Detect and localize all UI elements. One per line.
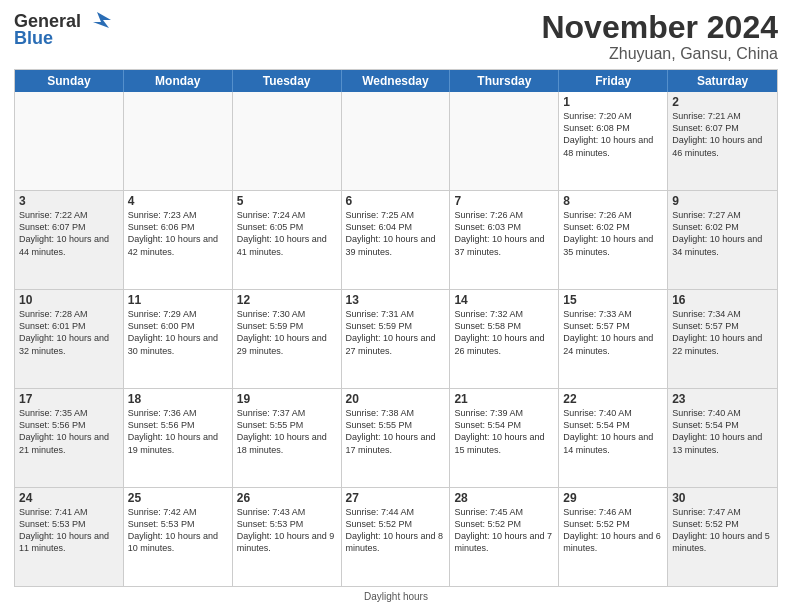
calendar-cell: 13Sunrise: 7:31 AM Sunset: 5:59 PM Dayli…	[342, 290, 451, 388]
day-info: Sunrise: 7:36 AM Sunset: 5:56 PM Dayligh…	[128, 407, 228, 456]
day-number: 28	[454, 491, 554, 505]
day-info: Sunrise: 7:34 AM Sunset: 5:57 PM Dayligh…	[672, 308, 773, 357]
day-info: Sunrise: 7:22 AM Sunset: 6:07 PM Dayligh…	[19, 209, 119, 258]
day-info: Sunrise: 7:46 AM Sunset: 5:52 PM Dayligh…	[563, 506, 663, 555]
day-number: 18	[128, 392, 228, 406]
svg-marker-0	[93, 12, 111, 28]
weekday-header: Friday	[559, 70, 668, 92]
weekday-header: Saturday	[668, 70, 777, 92]
day-number: 3	[19, 194, 119, 208]
day-number: 24	[19, 491, 119, 505]
logo-bird-icon	[83, 10, 111, 32]
day-info: Sunrise: 7:42 AM Sunset: 5:53 PM Dayligh…	[128, 506, 228, 555]
day-number: 7	[454, 194, 554, 208]
calendar-cell: 1Sunrise: 7:20 AM Sunset: 6:08 PM Daylig…	[559, 92, 668, 190]
day-number: 1	[563, 95, 663, 109]
day-number: 29	[563, 491, 663, 505]
day-number: 30	[672, 491, 773, 505]
day-info: Sunrise: 7:39 AM Sunset: 5:54 PM Dayligh…	[454, 407, 554, 456]
calendar-cell: 3Sunrise: 7:22 AM Sunset: 6:07 PM Daylig…	[15, 191, 124, 289]
calendar: SundayMondayTuesdayWednesdayThursdayFrid…	[14, 69, 778, 587]
day-number: 22	[563, 392, 663, 406]
calendar-row: 10Sunrise: 7:28 AM Sunset: 6:01 PM Dayli…	[15, 289, 777, 388]
calendar-cell: 24Sunrise: 7:41 AM Sunset: 5:53 PM Dayli…	[15, 488, 124, 586]
calendar-cell: 8Sunrise: 7:26 AM Sunset: 6:02 PM Daylig…	[559, 191, 668, 289]
calendar-cell	[342, 92, 451, 190]
day-info: Sunrise: 7:47 AM Sunset: 5:52 PM Dayligh…	[672, 506, 773, 555]
location-title: Zhuyuan, Gansu, China	[541, 45, 778, 63]
calendar-cell	[450, 92, 559, 190]
day-number: 17	[19, 392, 119, 406]
day-info: Sunrise: 7:35 AM Sunset: 5:56 PM Dayligh…	[19, 407, 119, 456]
weekday-header: Sunday	[15, 70, 124, 92]
calendar-cell: 5Sunrise: 7:24 AM Sunset: 6:05 PM Daylig…	[233, 191, 342, 289]
calendar-cell: 4Sunrise: 7:23 AM Sunset: 6:06 PM Daylig…	[124, 191, 233, 289]
calendar-cell: 7Sunrise: 7:26 AM Sunset: 6:03 PM Daylig…	[450, 191, 559, 289]
calendar-cell	[15, 92, 124, 190]
day-number: 25	[128, 491, 228, 505]
day-number: 15	[563, 293, 663, 307]
day-number: 4	[128, 194, 228, 208]
day-number: 8	[563, 194, 663, 208]
calendar-cell: 10Sunrise: 7:28 AM Sunset: 6:01 PM Dayli…	[15, 290, 124, 388]
calendar-cell: 25Sunrise: 7:42 AM Sunset: 5:53 PM Dayli…	[124, 488, 233, 586]
calendar-cell: 29Sunrise: 7:46 AM Sunset: 5:52 PM Dayli…	[559, 488, 668, 586]
calendar-cell: 21Sunrise: 7:39 AM Sunset: 5:54 PM Dayli…	[450, 389, 559, 487]
day-info: Sunrise: 7:20 AM Sunset: 6:08 PM Dayligh…	[563, 110, 663, 159]
weekday-header: Tuesday	[233, 70, 342, 92]
calendar-cell: 19Sunrise: 7:37 AM Sunset: 5:55 PM Dayli…	[233, 389, 342, 487]
day-number: 20	[346, 392, 446, 406]
day-info: Sunrise: 7:25 AM Sunset: 6:04 PM Dayligh…	[346, 209, 446, 258]
calendar-cell	[124, 92, 233, 190]
day-info: Sunrise: 7:26 AM Sunset: 6:02 PM Dayligh…	[563, 209, 663, 258]
calendar-body: 1Sunrise: 7:20 AM Sunset: 6:08 PM Daylig…	[15, 92, 777, 586]
day-number: 12	[237, 293, 337, 307]
day-info: Sunrise: 7:45 AM Sunset: 5:52 PM Dayligh…	[454, 506, 554, 555]
day-number: 14	[454, 293, 554, 307]
month-title: November 2024	[541, 10, 778, 45]
day-number: 23	[672, 392, 773, 406]
calendar-row: 24Sunrise: 7:41 AM Sunset: 5:53 PM Dayli…	[15, 487, 777, 586]
day-number: 27	[346, 491, 446, 505]
day-info: Sunrise: 7:44 AM Sunset: 5:52 PM Dayligh…	[346, 506, 446, 555]
calendar-cell: 26Sunrise: 7:43 AM Sunset: 5:53 PM Dayli…	[233, 488, 342, 586]
page: General Blue November 2024 Zhuyuan, Gans…	[0, 0, 792, 612]
calendar-cell: 22Sunrise: 7:40 AM Sunset: 5:54 PM Dayli…	[559, 389, 668, 487]
day-info: Sunrise: 7:32 AM Sunset: 5:58 PM Dayligh…	[454, 308, 554, 357]
logo: General Blue	[14, 10, 111, 49]
day-number: 19	[237, 392, 337, 406]
weekday-header: Monday	[124, 70, 233, 92]
day-info: Sunrise: 7:33 AM Sunset: 5:57 PM Dayligh…	[563, 308, 663, 357]
title-block: November 2024 Zhuyuan, Gansu, China	[541, 10, 778, 63]
day-number: 5	[237, 194, 337, 208]
calendar-cell: 20Sunrise: 7:38 AM Sunset: 5:55 PM Dayli…	[342, 389, 451, 487]
day-info: Sunrise: 7:38 AM Sunset: 5:55 PM Dayligh…	[346, 407, 446, 456]
calendar-cell: 2Sunrise: 7:21 AM Sunset: 6:07 PM Daylig…	[668, 92, 777, 190]
day-number: 13	[346, 293, 446, 307]
calendar-cell: 14Sunrise: 7:32 AM Sunset: 5:58 PM Dayli…	[450, 290, 559, 388]
logo-blue-text: Blue	[14, 28, 53, 49]
calendar-row: 3Sunrise: 7:22 AM Sunset: 6:07 PM Daylig…	[15, 190, 777, 289]
header: General Blue November 2024 Zhuyuan, Gans…	[14, 10, 778, 63]
calendar-row: 1Sunrise: 7:20 AM Sunset: 6:08 PM Daylig…	[15, 92, 777, 190]
calendar-cell: 27Sunrise: 7:44 AM Sunset: 5:52 PM Dayli…	[342, 488, 451, 586]
day-number: 2	[672, 95, 773, 109]
day-info: Sunrise: 7:21 AM Sunset: 6:07 PM Dayligh…	[672, 110, 773, 159]
day-number: 21	[454, 392, 554, 406]
calendar-cell: 23Sunrise: 7:40 AM Sunset: 5:54 PM Dayli…	[668, 389, 777, 487]
day-info: Sunrise: 7:23 AM Sunset: 6:06 PM Dayligh…	[128, 209, 228, 258]
calendar-cell: 12Sunrise: 7:30 AM Sunset: 5:59 PM Dayli…	[233, 290, 342, 388]
day-info: Sunrise: 7:31 AM Sunset: 5:59 PM Dayligh…	[346, 308, 446, 357]
weekday-header: Wednesday	[342, 70, 451, 92]
day-number: 9	[672, 194, 773, 208]
day-number: 10	[19, 293, 119, 307]
day-info: Sunrise: 7:41 AM Sunset: 5:53 PM Dayligh…	[19, 506, 119, 555]
calendar-cell: 9Sunrise: 7:27 AM Sunset: 6:02 PM Daylig…	[668, 191, 777, 289]
day-info: Sunrise: 7:24 AM Sunset: 6:05 PM Dayligh…	[237, 209, 337, 258]
calendar-cell: 18Sunrise: 7:36 AM Sunset: 5:56 PM Dayli…	[124, 389, 233, 487]
day-info: Sunrise: 7:40 AM Sunset: 5:54 PM Dayligh…	[672, 407, 773, 456]
day-info: Sunrise: 7:26 AM Sunset: 6:03 PM Dayligh…	[454, 209, 554, 258]
day-number: 26	[237, 491, 337, 505]
day-info: Sunrise: 7:37 AM Sunset: 5:55 PM Dayligh…	[237, 407, 337, 456]
footer-note: Daylight hours	[14, 591, 778, 602]
